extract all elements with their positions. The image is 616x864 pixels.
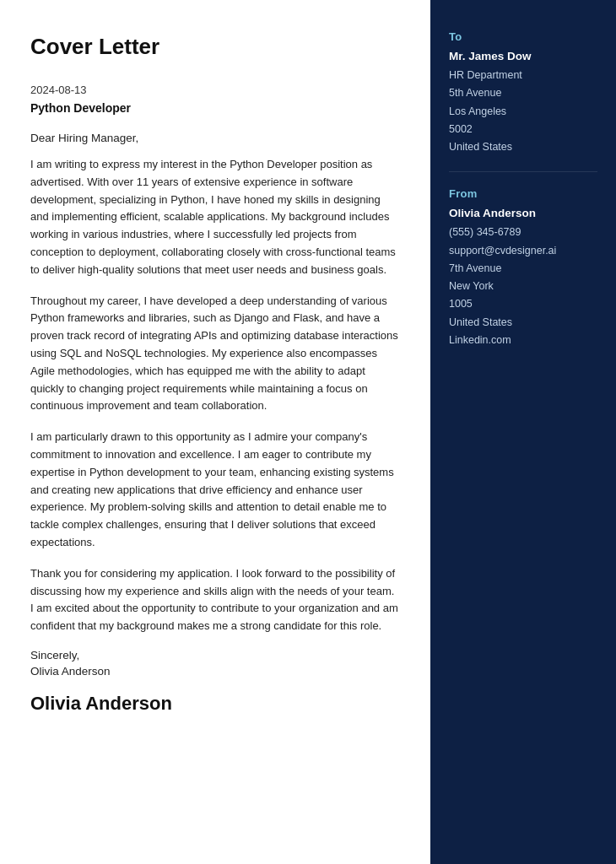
closing: Sincerely, <box>30 649 400 662</box>
to-label: To <box>449 30 597 43</box>
paragraph-4: Thank you for considering my application… <box>30 565 400 635</box>
page-title: Cover Letter <box>30 34 400 60</box>
from-label: From <box>449 187 597 200</box>
paragraph-2: Throughout my career, I have developed a… <box>30 293 400 416</box>
sender-country: United States <box>449 316 512 328</box>
job-title-line: Python Developer <box>30 101 400 115</box>
recipient-zip: 5002 <box>449 123 473 135</box>
paragraph-3: I am particularly drawn to this opportun… <box>30 429 400 552</box>
sender-name: Olivia Anderson <box>449 207 597 219</box>
sender-zip: 1005 <box>449 298 473 310</box>
sidebar: To Mr. James Dow HR Department 5th Avenu… <box>430 0 616 864</box>
recipient-name: Mr. James Dow <box>449 50 597 62</box>
date-line: 2024-08-13 <box>30 84 400 96</box>
sender-email: support@cvdesigner.ai <box>449 245 556 256</box>
sidebar-divider-1 <box>449 171 597 172</box>
recipient-street: 5th Avenue <box>449 87 501 99</box>
sender-street: 7th Avenue <box>449 262 501 274</box>
sender-details: (555) 345-6789 support@cvdesigner.ai 7th… <box>449 224 597 349</box>
recipient-department: HR Department <box>449 69 522 81</box>
paragraph-1: I am writing to express my interest in t… <box>30 156 400 279</box>
signature: Olivia Anderson <box>30 693 400 715</box>
sender-phone: (555) 345-6789 <box>449 226 521 238</box>
recipient-city: Los Angeles <box>449 105 506 117</box>
closing-name: Olivia Anderson <box>30 665 400 678</box>
recipient-country: United States <box>449 141 512 153</box>
sender-city: New York <box>449 280 494 292</box>
recipient-details: HR Department 5th Avenue Los Angeles 500… <box>449 67 597 156</box>
salutation: Dear Hiring Manager, <box>30 132 400 144</box>
main-content: Cover Letter 2024-08-13 Python Developer… <box>0 0 430 864</box>
cover-letter-page: Cover Letter 2024-08-13 Python Developer… <box>0 0 616 864</box>
sender-website: Linkedin.com <box>449 334 511 346</box>
